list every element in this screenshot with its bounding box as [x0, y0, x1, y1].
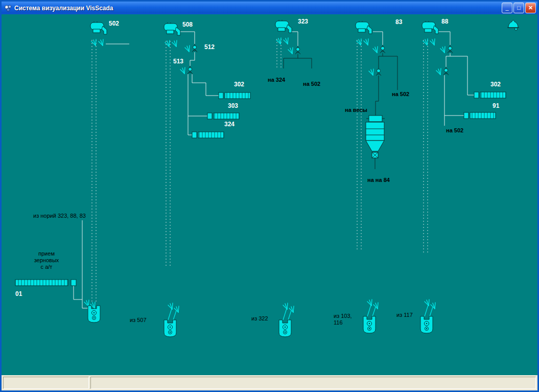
title-bar[interactable]: Система визуализации VisScada _ □ ✕: [2, 2, 537, 14]
label-grain-intake-line2: зерновых: [26, 257, 67, 264]
scada-canvas: 502 508 512 513 302 303 324 323 на 324 н…: [2, 14, 537, 375]
alarm-bell-icon[interactable]: [507, 20, 519, 31]
window-controls: _ □ ✕: [502, 3, 536, 13]
valve-512[interactable]: [192, 44, 197, 52]
label-conveyor-303: 303: [228, 103, 238, 109]
conveyor-91[interactable]: [464, 112, 496, 119]
elevator-head-502[interactable]: [90, 21, 107, 34]
status-panel-right: [90, 377, 536, 389]
valve-83-lower[interactable]: [376, 67, 381, 76]
label-from-117: из 117: [396, 312, 413, 318]
label-from-norias: из норий 323, 88, 83: [33, 213, 86, 219]
label-valve-513: 513: [173, 58, 183, 65]
boot-from-117[interactable]: [420, 316, 433, 333]
status-panel-left: [3, 377, 89, 389]
elevator-head-323[interactable]: [275, 20, 292, 33]
label-conveyor-324: 324: [224, 121, 235, 128]
boot-from-507[interactable]: [164, 320, 176, 337]
boot-inlet-ducts: [168, 305, 433, 320]
label-conveyor-302-left: 302: [234, 81, 244, 88]
label-noria-88: 88: [441, 18, 448, 25]
app-icon[interactable]: [4, 4, 12, 12]
valve-88-upper[interactable]: [448, 45, 453, 53]
label-from-103-line1: из 103,: [334, 313, 352, 319]
boot-from-103-116[interactable]: [363, 316, 376, 333]
elevator-head-88[interactable]: [422, 21, 438, 34]
label-conveyor-302-right: 302: [490, 81, 501, 88]
label-noria-83: 83: [395, 19, 402, 26]
label-conveyor-01: 01: [15, 291, 22, 297]
scada-diagram: [2, 14, 537, 375]
elevator-head-83[interactable]: [356, 21, 372, 34]
label-to-scales: на весы: [345, 107, 367, 113]
label-to-502-b: на 502: [392, 91, 409, 98]
label-to-84: на на 84: [367, 177, 390, 183]
boot-from-322[interactable]: [279, 320, 291, 337]
weigher[interactable]: [366, 116, 385, 158]
app-window: Система визуализации VisScada _ □ ✕: [0, 0, 539, 392]
valve-513[interactable]: [188, 66, 193, 74]
label-from-103-line2: 116: [334, 319, 352, 326]
elevator-legs: [92, 39, 428, 304]
label-valve-512: 512: [204, 44, 215, 51]
conveyor-302-left[interactable]: [219, 93, 250, 99]
elevator-head-508[interactable]: [164, 22, 180, 35]
label-from-322: из 322: [251, 315, 268, 322]
close-button[interactable]: ✕: [525, 3, 536, 13]
conveyor-303[interactable]: [207, 113, 239, 119]
conveyor-324[interactable]: [192, 132, 224, 138]
valve-88-lower[interactable]: [443, 67, 449, 75]
window-title: Система визуализации VisScada: [14, 5, 502, 12]
label-conveyor-91: 91: [493, 103, 499, 109]
conveyor-302-right[interactable]: [474, 92, 506, 98]
label-noria-508: 508: [182, 21, 193, 28]
maximize-button[interactable]: □: [513, 3, 524, 13]
label-noria-323: 323: [298, 18, 308, 25]
label-to-324: на 324: [268, 77, 285, 83]
label-from-507: из 507: [130, 317, 147, 324]
aspiration-sprays: [84, 38, 445, 312]
label-noria-502: 502: [109, 20, 119, 27]
label-to-502-c: на 502: [446, 127, 463, 134]
valve-323[interactable]: [295, 46, 300, 54]
valve-83-upper[interactable]: [380, 45, 385, 53]
conveyor-01[interactable]: [15, 280, 76, 286]
label-from-103-116: из 103, 116: [334, 313, 352, 326]
label-grain-intake: прием зерновых с а/т: [26, 250, 67, 270]
minimize-button[interactable]: _: [502, 3, 512, 13]
status-bar: [2, 375, 537, 390]
pipes: [74, 32, 474, 308]
label-grain-intake-line1: прием: [26, 250, 67, 257]
label-grain-intake-line3: с а/т: [26, 264, 67, 270]
label-to-502-a: на 502: [303, 81, 320, 87]
